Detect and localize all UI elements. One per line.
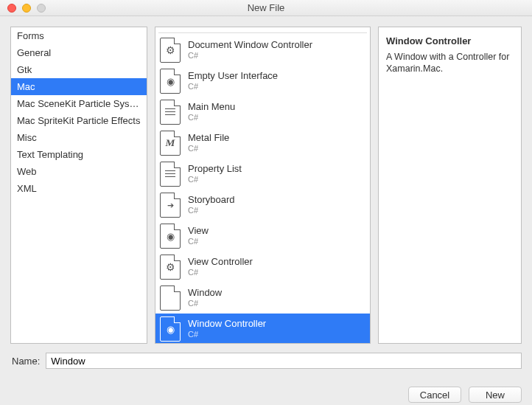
template-label: View Controller (188, 257, 253, 268)
dialog-content: FormsGeneralGtkMacMac SceneKit Particle … (0, 16, 532, 405)
template-label: Document Window Controller (188, 40, 312, 51)
template-sublabel: C# (188, 175, 242, 184)
zoom-icon (37, 4, 46, 13)
eye-icon (160, 316, 181, 342)
template-sublabel: C# (188, 144, 229, 153)
dialog-buttons: Cancel New (10, 387, 522, 403)
template-item[interactable]: Empty User InterfaceC# (155, 66, 370, 97)
template-item[interactable]: StoryboardC# (155, 190, 370, 221)
titlebar: New File (0, 0, 532, 16)
template-item[interactable]: Main MenuC# (155, 97, 370, 128)
gear-icon (160, 38, 181, 63)
close-icon[interactable] (7, 4, 16, 13)
eye-icon (160, 69, 181, 94)
details-title: Window Controller (386, 35, 514, 48)
template-item[interactable]: Metal FileC# (155, 128, 370, 159)
gear-icon (160, 255, 181, 280)
category-item[interactable]: Mac SpriteKit Particle Effects (11, 112, 147, 129)
new-button[interactable]: New (469, 387, 522, 403)
category-item[interactable]: Forms (11, 27, 147, 44)
template-label: Storyboard (188, 195, 235, 206)
eye-icon (160, 224, 181, 249)
lines-icon (160, 162, 181, 187)
template-label: Metal File (188, 133, 229, 144)
lines-icon (160, 100, 181, 125)
category-item[interactable]: General (11, 44, 147, 61)
name-row: Name: (10, 353, 522, 369)
window-controls (0, 4, 46, 13)
details-panel: Window Controller A Window with a Contro… (378, 27, 522, 344)
blank-icon (160, 285, 181, 311)
category-item[interactable]: Gtk (11, 61, 147, 78)
template-label: Window Controller (188, 319, 266, 330)
template-sublabel: C# (188, 299, 222, 308)
cancel-button[interactable]: Cancel (408, 387, 461, 403)
template-sublabel: C# (188, 268, 253, 277)
category-item[interactable]: Text Templating (11, 146, 147, 163)
template-sublabel: C# (188, 237, 209, 246)
name-label: Name: (10, 356, 40, 367)
metal-icon (160, 131, 181, 156)
template-label: Window (188, 288, 222, 299)
category-item[interactable]: Mac (11, 78, 147, 95)
details-description: A Window with a Controller for Xamarin.M… (386, 51, 514, 76)
template-label: View (188, 226, 209, 237)
category-item[interactable]: Web (11, 163, 147, 180)
category-item[interactable]: XML (11, 180, 147, 197)
category-item[interactable]: Mac SceneKit Particle Systems (11, 95, 147, 112)
template-item[interactable]: Document Window ControllerC# (155, 35, 370, 66)
category-list[interactable]: FormsGeneralGtkMacMac SceneKit Particle … (10, 27, 147, 344)
category-item[interactable]: Misc (11, 129, 147, 146)
template-sublabel: C# (188, 113, 235, 122)
scroll-indicator (158, 29, 367, 33)
template-item[interactable]: Property ListC# (155, 159, 370, 190)
template-list[interactable]: Document Window ControllerC#Empty User I… (155, 27, 371, 344)
window-title: New File (0, 2, 532, 13)
template-sublabel: C# (188, 206, 235, 215)
template-label: Empty User Interface (188, 71, 278, 82)
template-sublabel: C# (188, 51, 312, 60)
name-input[interactable] (46, 353, 522, 369)
minimize-icon[interactable] (22, 4, 31, 13)
template-sublabel: C# (188, 82, 278, 91)
arrow-icon (160, 193, 181, 218)
template-item[interactable]: View ControllerC# (155, 252, 370, 283)
template-item[interactable]: WindowC# (155, 283, 370, 314)
template-sublabel: C# (188, 330, 266, 339)
template-label: Property List (188, 164, 242, 175)
template-label: Main Menu (188, 102, 235, 113)
template-item[interactable]: Window ControllerC# (155, 314, 370, 344)
template-item[interactable]: ViewC# (155, 221, 370, 252)
